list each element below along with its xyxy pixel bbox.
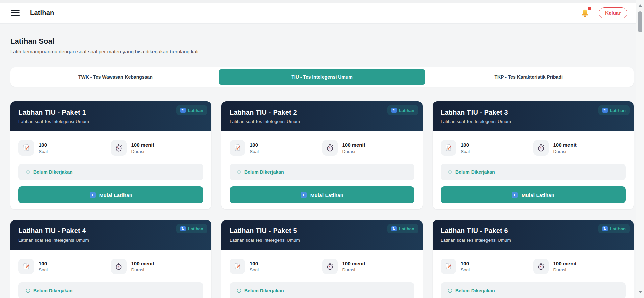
status-bar: Belum Dikerjakan bbox=[230, 164, 414, 180]
practice-card: Latihan TIU - Paket 6 Latihan soal Tes I… bbox=[433, 220, 634, 298]
duration-value: 100 menit bbox=[131, 142, 154, 148]
logout-button[interactable]: Keluar bbox=[599, 7, 627, 18]
practice-card: Latihan TIU - Paket 2 Latihan soal Tes I… bbox=[221, 101, 423, 209]
app-header: Latihan Keluar bbox=[0, 3, 644, 24]
card-title: Latihan TIU - Paket 3 bbox=[441, 109, 626, 116]
duration-label: Durasi bbox=[342, 267, 365, 272]
duration-label: Durasi bbox=[342, 149, 365, 154]
badge-label: Latihan bbox=[399, 226, 414, 231]
card-title: Latihan TIU - Paket 1 bbox=[18, 109, 203, 116]
stats-row: 100 Soal bbox=[230, 140, 414, 156]
page-subtitle: Latih kemampuanmu dengan soal-soal per m… bbox=[10, 49, 634, 54]
start-practice-label: Mulai Latihan bbox=[310, 192, 343, 198]
start-practice-button[interactable]: Mulai Latihan bbox=[18, 186, 203, 203]
card-body: 100 Soal bbox=[221, 131, 423, 209]
card-body: 100 Soal bbox=[10, 131, 211, 209]
question-count: 100 bbox=[250, 142, 259, 148]
practice-card: Latihan TIU - Paket 3 Latihan soal Tes I… bbox=[433, 101, 634, 209]
stats-row: 100 Soal bbox=[18, 140, 203, 156]
app-title: Latihan bbox=[30, 9, 54, 17]
stat-questions: 100 Soal bbox=[230, 259, 322, 274]
stat-questions: 100 Soal bbox=[18, 140, 111, 156]
notification-dot bbox=[588, 7, 591, 10]
stat-duration: 100 menit Durasi bbox=[322, 140, 415, 156]
memo-pencil-icon bbox=[441, 140, 456, 156]
play-icon bbox=[512, 192, 518, 198]
status-text: Belum Dikerjakan bbox=[455, 169, 495, 175]
stat-duration: 100 menit Durasi bbox=[111, 140, 204, 156]
card-title: Latihan TIU - Paket 2 bbox=[230, 109, 414, 116]
duration-value: 100 menit bbox=[342, 142, 365, 148]
stat-duration: 100 menit Durasi bbox=[533, 259, 626, 274]
category-tab-bar: TWK - Tes Wawasan Kebangsaan TIU - Tes I… bbox=[10, 67, 634, 87]
stats-row: 100 Soal bbox=[441, 259, 626, 274]
start-practice-button[interactable]: Mulai Latihan bbox=[441, 186, 626, 203]
status-bar: Belum Dikerjakan bbox=[441, 164, 626, 180]
start-practice-label: Mulai Latihan bbox=[99, 192, 132, 198]
window-top-strip bbox=[0, 0, 644, 3]
play-icon bbox=[301, 192, 307, 198]
scrollbar[interactable] bbox=[636, 0, 644, 298]
page-title: Latihan Soal bbox=[10, 37, 634, 46]
question-count: 100 bbox=[39, 261, 48, 266]
card-body: 100 Soal bbox=[433, 131, 634, 209]
card-subtitle: Latihan soal Tes Intelegensi Umum bbox=[441, 119, 626, 124]
circle-outline-icon bbox=[26, 170, 30, 174]
stats-row: 100 Soal bbox=[441, 140, 626, 156]
stopwatch-icon bbox=[533, 140, 549, 156]
scroll-down-arrow[interactable] bbox=[636, 288, 644, 296]
status-text: Belum Dikerjakan bbox=[33, 169, 73, 175]
notification-bell-icon[interactable] bbox=[580, 8, 590, 18]
memo-pencil-icon bbox=[230, 259, 245, 274]
status-bar: Belum Dikerjakan bbox=[230, 282, 414, 298]
stats-row: 100 Soal bbox=[18, 259, 203, 274]
question-count: 100 bbox=[461, 142, 470, 148]
card-subtitle: Latihan soal Tes Intelegensi Umum bbox=[230, 238, 414, 243]
card-subtitle: Latihan soal Tes Intelegensi Umum bbox=[230, 119, 414, 124]
tab-twk[interactable]: TWK - Tes Wawasan Kebangsaan bbox=[12, 69, 219, 85]
stat-questions: 100 Soal bbox=[441, 259, 533, 274]
card-header: Latihan TIU - Paket 4 Latihan soal Tes I… bbox=[10, 220, 211, 250]
hamburger-menu-icon[interactable] bbox=[11, 10, 20, 16]
stat-questions: 100 Soal bbox=[18, 259, 111, 274]
question-label: Soal bbox=[461, 267, 470, 272]
stopwatch-icon bbox=[111, 140, 127, 156]
circle-outline-icon bbox=[237, 289, 241, 293]
card-header: Latihan TIU - Paket 5 Latihan soal Tes I… bbox=[221, 220, 423, 250]
start-practice-button[interactable]: Mulai Latihan bbox=[230, 186, 414, 203]
question-label: Soal bbox=[250, 149, 259, 154]
stats-row: 100 Soal bbox=[230, 259, 414, 274]
circle-outline-icon bbox=[237, 170, 241, 174]
main-content: Latihan Soal Latih kemampuanmu dengan so… bbox=[0, 37, 644, 298]
duration-value: 100 menit bbox=[342, 261, 365, 266]
badge-label: Latihan bbox=[610, 108, 626, 113]
scroll-up-arrow[interactable] bbox=[636, 2, 644, 9]
circle-outline-icon bbox=[26, 289, 30, 293]
question-count: 100 bbox=[39, 142, 48, 148]
question-label: Soal bbox=[39, 149, 48, 154]
tab-tiu[interactable]: TIU - Tes Intelegensi Umum bbox=[219, 69, 426, 85]
status-text: Belum Dikerjakan bbox=[33, 288, 73, 293]
badge-label: Latihan bbox=[188, 226, 203, 231]
circle-outline-icon bbox=[448, 289, 452, 293]
memo-pencil-icon bbox=[230, 140, 245, 156]
duration-label: Durasi bbox=[553, 267, 577, 272]
question-count: 100 bbox=[250, 261, 259, 266]
duration-label: Durasi bbox=[131, 149, 154, 154]
status-text: Belum Dikerjakan bbox=[455, 288, 495, 293]
card-body: 100 Soal bbox=[10, 250, 211, 298]
repeat-icon: ↻ bbox=[391, 226, 397, 231]
tab-tkp[interactable]: TKP - Tes Karakteristik Pribadi bbox=[425, 69, 632, 85]
card-subtitle: Latihan soal Tes Intelegensi Umum bbox=[18, 119, 203, 124]
stat-questions: 100 Soal bbox=[230, 140, 322, 156]
stat-questions: 100 Soal bbox=[441, 140, 533, 156]
practice-card: Latihan TIU - Paket 1 Latihan soal Tes I… bbox=[10, 101, 211, 209]
badge-label: Latihan bbox=[610, 226, 626, 231]
scrollbar-thumb[interactable] bbox=[638, 11, 642, 32]
stopwatch-icon bbox=[322, 259, 338, 274]
card-body: 100 Soal bbox=[433, 250, 634, 298]
memo-pencil-icon bbox=[441, 259, 456, 274]
badge-label: Latihan bbox=[399, 108, 414, 113]
stat-duration: 100 menit Durasi bbox=[533, 140, 626, 156]
stopwatch-icon bbox=[322, 140, 338, 156]
